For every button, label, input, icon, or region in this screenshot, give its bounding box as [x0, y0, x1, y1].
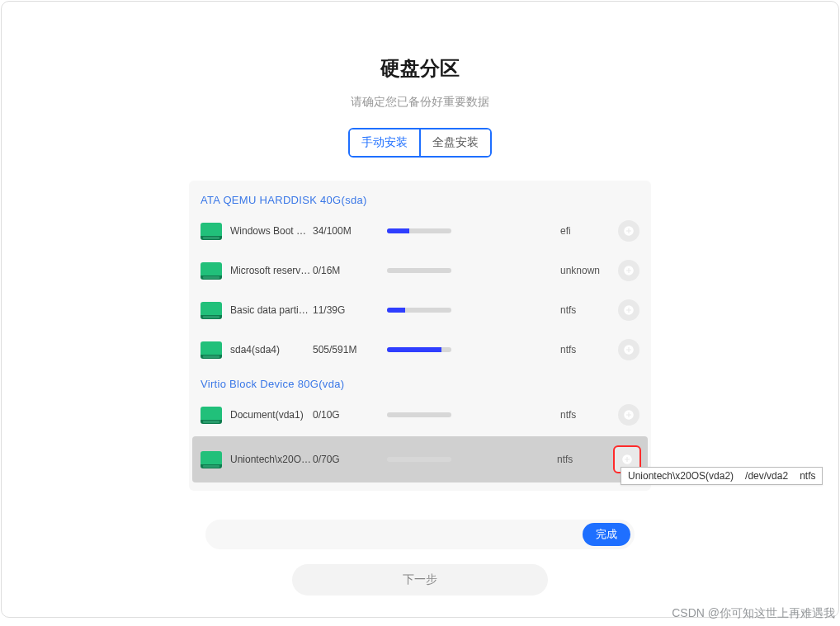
partition-fs: efi — [560, 225, 610, 237]
usage-bar — [387, 228, 451, 233]
tab-manual-install[interactable]: 手动安装 — [350, 129, 419, 156]
partition-size: 34/100M — [313, 225, 379, 237]
partition-action-icon[interactable] — [618, 220, 639, 242]
tooltip-name: Uniontech\x20OS(vda2) — [628, 470, 734, 482]
disk-header: Virtio Block Device 80G(vda) — [189, 369, 651, 395]
usage-bar — [387, 308, 451, 313]
partition-row[interactable]: Basic data parti… 11/39G ntfs — [189, 290, 651, 330]
partition-panel: ATA QEMU HARDDISK 40G(sda) Windows Boot … — [189, 181, 651, 491]
partition-action-icon[interactable] — [618, 260, 639, 281]
partition-size: 0/16M — [313, 265, 379, 276]
partition-row[interactable]: sda4(sda4) 505/591M ntfs — [189, 330, 651, 369]
summary-bar: 完成 — [205, 520, 635, 549]
partition-action-icon[interactable] — [618, 299, 639, 321]
usage-bar — [387, 412, 451, 417]
tooltip-dev: /dev/vda2 — [745, 470, 788, 482]
partition-fs: ntfs — [560, 344, 610, 355]
tooltip-fs: ntfs — [800, 470, 815, 482]
tab-full-install[interactable]: 全盘安装 — [419, 129, 490, 156]
usage-bar — [387, 347, 451, 352]
partition-fs: ntfs — [557, 454, 606, 465]
watermark: CSDN @你可知这世上再难遇我 — [672, 606, 835, 621]
disk-header: ATA QEMU HARDDISK 40G(sda) — [189, 186, 651, 211]
drive-icon — [201, 262, 222, 280]
drive-icon — [201, 341, 222, 359]
partition-name: Basic data parti… — [230, 304, 313, 316]
partition-name: sda4(sda4) — [230, 344, 313, 355]
partition-row-selected[interactable]: Uniontech\x20O… 0/70G ntfs — [192, 436, 648, 482]
partition-row[interactable]: Document(vda1) 0/10G ntfs — [189, 395, 651, 435]
drive-icon — [201, 223, 222, 240]
usage-bar — [387, 457, 451, 462]
next-button[interactable]: 下一步 — [292, 564, 548, 595]
drive-icon — [201, 302, 222, 319]
installer-window: 硬盘分区 请确定您已备份好重要数据 手动安装 全盘安装 ATA QEMU HAR… — [1, 1, 839, 618]
partition-size: 11/39G — [313, 304, 379, 316]
partition-fs: ntfs — [560, 304, 610, 316]
usage-bar — [387, 268, 451, 273]
partition-name: Microsoft reserv… — [230, 265, 313, 276]
partition-row[interactable]: Microsoft reserv… 0/16M unknown — [189, 251, 651, 290]
partition-size: 0/10G — [313, 409, 379, 421]
partition-row[interactable]: Windows Boot … 34/100M efi — [189, 211, 651, 251]
drive-icon — [201, 451, 222, 468]
partition-tooltip: Uniontech\x20OS(vda2)/dev/vda2ntfs — [621, 467, 823, 485]
header: 硬盘分区 请确定您已备份好重要数据 手动安装 全盘安装 — [2, 2, 838, 158]
done-button[interactable]: 完成 — [583, 523, 630, 546]
partition-fs: unknown — [560, 265, 610, 276]
partition-action-icon[interactable] — [618, 339, 639, 360]
partition-size: 0/70G — [313, 454, 379, 465]
partition-name: Document(vda1) — [230, 409, 313, 421]
install-mode-tabs: 手动安装 全盘安装 — [348, 128, 492, 158]
drive-icon — [201, 407, 222, 424]
partition-name: Uniontech\x20O… — [230, 454, 313, 465]
partition-fs: ntfs — [560, 409, 610, 421]
page-subtitle: 请确定您已备份好重要数据 — [2, 95, 838, 110]
partition-action-icon[interactable] — [618, 404, 639, 426]
page-title: 硬盘分区 — [2, 55, 838, 82]
partition-size: 505/591M — [313, 344, 379, 355]
partition-name: Windows Boot … — [230, 225, 313, 237]
